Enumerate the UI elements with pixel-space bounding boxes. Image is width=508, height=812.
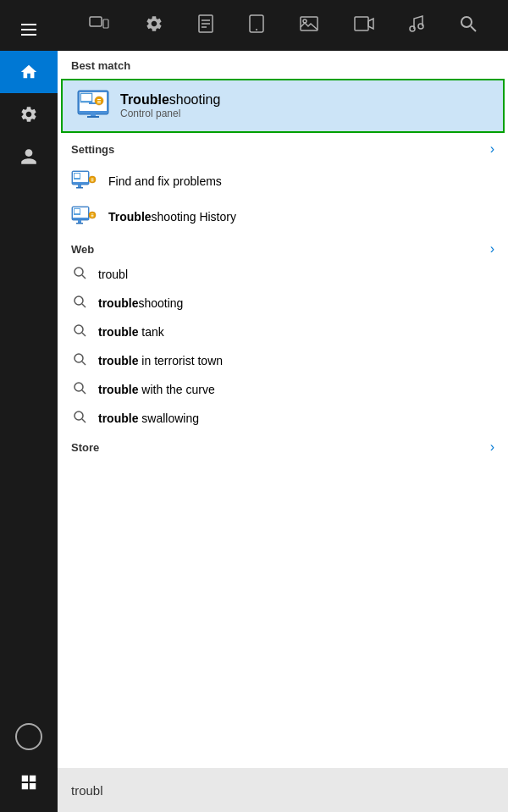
search-suggest-icon-5 <box>71 382 88 397</box>
svg-rect-0 <box>90 17 102 26</box>
suggestion-trouble-tank[interactable]: trouble tank <box>58 318 508 346</box>
svg-rect-25 <box>97 101 101 102</box>
gear-icon <box>19 105 38 124</box>
sidebar-item-hamburger[interactable] <box>0 8 58 51</box>
sidebar-bottom <box>0 719 58 812</box>
suggestion-text-4: trouble in terrorist town <box>98 354 223 367</box>
svg-line-48 <box>82 275 86 279</box>
suggestion-text-3: trouble tank <box>98 325 164 339</box>
document2-icon[interactable] <box>198 14 213 37</box>
web-section-row[interactable]: Web › <box>58 235 508 260</box>
tablet3-icon[interactable] <box>249 14 264 37</box>
troubleshoot-history-icon <box>71 206 98 228</box>
svg-point-57 <box>75 412 83 420</box>
cortana-circle <box>15 723 42 750</box>
user-icon <box>19 147 38 166</box>
svg-point-55 <box>75 383 83 391</box>
best-match-header: Best match <box>58 51 508 77</box>
results-spacer <box>58 458 508 768</box>
sidebar-item-user[interactable] <box>0 135 58 178</box>
settings2-icon[interactable] <box>145 14 163 37</box>
svg-point-14 <box>461 17 472 27</box>
best-match-icon <box>76 89 110 123</box>
store-section-label: Store <box>71 441 99 454</box>
sg2-bold: trouble <box>98 296 138 310</box>
svg-rect-42 <box>76 223 83 224</box>
home-icon <box>19 63 38 81</box>
sidebar-item-windows[interactable] <box>0 761 58 804</box>
svg-line-54 <box>82 362 86 365</box>
sg6-bold: trouble <box>98 412 138 425</box>
image2-icon[interactable] <box>300 16 318 36</box>
sidebar-top <box>0 8 58 178</box>
sidebar-item-settings[interactable] <box>0 93 58 135</box>
search-suggest-icon-6 <box>71 411 88 426</box>
store-section-row[interactable]: Store › <box>58 433 508 458</box>
svg-rect-36 <box>91 181 94 182</box>
svg-rect-35 <box>91 180 94 180</box>
hamburger-icon <box>21 24 36 36</box>
web-chevron-icon: › <box>490 241 494 257</box>
best-match-item[interactable]: Troubleshooting Control panel <box>61 79 505 133</box>
svg-rect-1 <box>103 19 108 28</box>
sidebar-item-cortana[interactable] <box>0 719 58 761</box>
svg-rect-40 <box>75 209 80 213</box>
search-suggest-icon-3 <box>71 324 88 340</box>
suggestion-troubl[interactable]: troubl <box>58 260 508 289</box>
sidebar-item-home[interactable] <box>0 51 58 93</box>
settings-sub-item-2-text: Troubleshooting History <box>108 210 236 224</box>
best-match-title: Troubleshooting <box>120 92 220 108</box>
search-bar[interactable]: troubl <box>58 768 508 812</box>
svg-rect-30 <box>75 174 80 178</box>
ts-history-bold: Trouble <box>108 210 152 224</box>
settings-sub-item-2[interactable]: Troubleshooting History <box>58 199 508 235</box>
svg-line-15 <box>471 26 476 31</box>
settings-sub-item-1[interactable]: Find and fix problems <box>58 163 508 199</box>
svg-rect-41 <box>78 220 81 223</box>
suggestion-text-1: troubl <box>98 268 128 281</box>
svg-point-53 <box>75 354 83 362</box>
best-match-bold: Trouble <box>120 92 169 107</box>
svg-rect-26 <box>97 102 101 103</box>
svg-rect-10 <box>355 17 368 30</box>
suggestion-troubleshooting[interactable]: troubleshooting <box>58 289 508 318</box>
svg-rect-44 <box>91 214 94 215</box>
search-suggest-icon-2 <box>71 296 88 311</box>
suggestion-trouble-curve[interactable]: trouble with the curve <box>58 375 508 404</box>
settings-section-row[interactable]: Settings › <box>58 135 508 163</box>
svg-marker-11 <box>368 19 373 29</box>
settings-section-label: Settings <box>71 143 114 156</box>
svg-rect-34 <box>91 179 94 180</box>
svg-rect-31 <box>78 185 81 187</box>
suggestion-trouble-swallowing[interactable]: trouble swallowing <box>58 404 508 433</box>
svg-rect-21 <box>91 113 96 116</box>
best-match-rest: shooting <box>169 92 221 107</box>
suggestion-text-2: troubleshooting <box>98 296 183 310</box>
search-bar-value: troubl <box>71 783 103 798</box>
svg-point-7 <box>256 29 257 30</box>
search-suggest-icon-1 <box>71 267 88 282</box>
suggestion-trouble-terrorist-town[interactable]: trouble in terrorist town <box>58 346 508 375</box>
svg-point-49 <box>75 296 83 305</box>
settings-chevron-icon: › <box>490 141 494 157</box>
video2-icon[interactable] <box>354 16 374 36</box>
svg-rect-20 <box>89 102 96 104</box>
search2-icon[interactable] <box>460 15 477 36</box>
sg3-bold: trouble <box>98 325 138 339</box>
music2-icon[interactable] <box>409 14 424 37</box>
svg-rect-22 <box>87 116 99 118</box>
svg-point-51 <box>75 325 83 334</box>
svg-rect-32 <box>76 187 83 189</box>
best-match-subtitle: Control panel <box>120 108 220 119</box>
results-panel: Best match <box>58 51 508 768</box>
svg-point-47 <box>75 268 83 276</box>
svg-line-52 <box>82 333 86 336</box>
settings-sub-item-1-text: Find and fix problems <box>108 174 222 188</box>
svg-line-58 <box>82 419 86 423</box>
svg-rect-24 <box>97 99 101 100</box>
sidebar <box>0 0 58 812</box>
search-suggest-icon-4 <box>71 353 88 368</box>
main-panel: Best match <box>58 0 508 812</box>
store-chevron-icon: › <box>490 439 494 455</box>
taskview-icon[interactable] <box>89 16 109 36</box>
